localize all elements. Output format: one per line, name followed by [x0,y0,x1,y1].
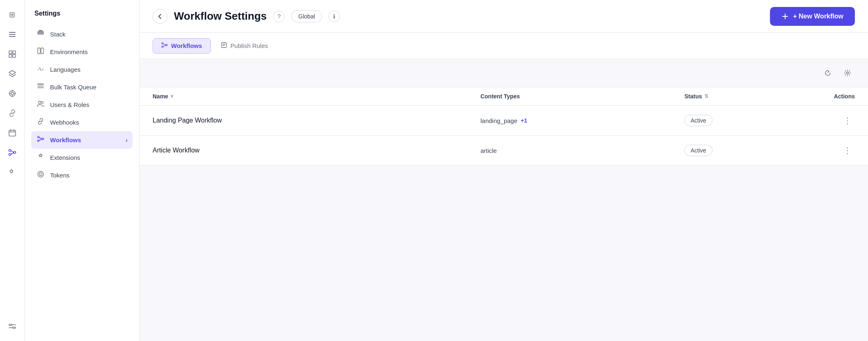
sidebar-item-extensions[interactable]: Extensions [31,149,132,166]
sidebar-item-environments[interactable]: Environments [31,43,132,61]
svg-point-49 [166,44,167,46]
plus-icon [781,13,789,20]
sidebar-item-workflows[interactable]: Workflows › [31,131,132,149]
icon-sidebar: ⊞ [0,0,25,341]
svg-point-41 [38,140,39,142]
column-header-name[interactable]: Name ▾ [139,87,467,106]
tab-bar: Workflows Publish Rules [139,33,868,59]
users-icon [36,100,45,109]
sidebar-title: Settings [31,10,132,17]
svg-point-19 [9,150,11,152]
svg-point-44 [39,173,42,176]
svg-rect-4 [13,51,16,54]
svg-point-42 [42,138,44,140]
sidebar-item-label-environments: Environments [50,48,88,55]
sidebar-item-users-roles[interactable]: Users & Roles [31,96,132,114]
refresh-button[interactable] [820,66,835,80]
name-sort-icon: ▾ [171,93,173,99]
sidebar-item-stack[interactable]: Stack [31,25,132,43]
svg-point-40 [38,136,39,138]
list-nav-icon[interactable] [4,26,21,43]
svg-point-53 [847,72,849,74]
layout-nav-icon[interactable] [4,46,21,62]
workflows-sidebar-icon [36,135,45,145]
workflow-name-cell: Landing Page Workflow [139,106,467,136]
extensions-nav-icon[interactable] [4,164,21,180]
sidebar-item-label-webhooks: Webhooks [50,119,79,126]
info-icon[interactable]: ℹ [329,11,340,22]
calendar-nav-icon[interactable] [4,125,21,141]
bottom-settings-icon[interactable] [4,318,21,334]
sidebar-nav: Stack Environments Aₓ Languages [31,25,132,184]
environments-icon [36,47,45,57]
refresh-icon [824,69,831,77]
svg-point-37 [41,102,43,104]
svg-rect-29 [38,48,40,54]
status-badge: Active [684,145,712,156]
tab-workflows-icon [161,42,168,50]
header: Workflow Settings ? Global ℹ + New Workf… [139,0,868,33]
table-toolbar [139,59,868,87]
row-actions-button[interactable]: ⋮ [840,144,855,157]
tab-workflows[interactable]: Workflows [153,38,211,54]
sidebar-item-label-users: Users & Roles [50,101,89,108]
sidebar-item-tokens[interactable]: Tokens [31,166,132,184]
svg-point-39 [41,121,42,122]
content-type-cell: article [467,136,671,166]
column-header-actions: Actions [802,87,868,106]
workflows-nav-icon[interactable] [4,144,21,161]
svg-point-48 [162,46,163,48]
webhook-nav-icon[interactable] [4,105,21,121]
svg-rect-2 [9,36,16,37]
status-cell: Active [671,136,802,166]
workflows-chevron-icon: › [126,137,128,143]
sidebar-item-label-stack: Stack [50,31,66,38]
tab-publish-rules-label: Publish Rules [231,42,268,49]
column-header-content-types: Content Types [467,87,671,106]
svg-rect-26 [38,32,43,33]
page-title: Workflow Settings [174,10,267,23]
gear-icon [844,69,851,77]
column-header-status[interactable]: Status ⇅ [671,87,802,106]
table-row: Article Workflow article Active ⋮ [139,136,868,166]
svg-rect-30 [41,48,43,54]
table-header-row: Name ▾ Content Types Status ⇅ [139,87,868,106]
svg-rect-50 [222,43,226,48]
svg-point-47 [162,43,163,44]
tab-publish-icon [221,42,227,50]
svg-point-36 [39,101,41,104]
status-badge: Active [684,115,712,126]
left-sidebar: Settings Stack Environments [25,0,139,341]
table-area: Name ▾ Content Types Status ⇅ [139,59,868,341]
svg-rect-23 [13,327,16,328]
stack-icon [36,30,45,39]
sidebar-item-label-extensions: Extensions [50,154,80,161]
actions-cell: ⋮ [802,106,868,136]
svg-text:Aₓ: Aₓ [38,66,44,72]
global-button[interactable]: Global [291,10,322,23]
tab-workflows-label: Workflows [171,42,202,49]
tab-publish-rules[interactable]: Publish Rules [212,39,276,53]
content-type-cell: landing_page +1 [467,106,671,136]
sidebar-item-bulk-task-queue[interactable]: Bulk Task Queue [31,78,132,96]
sidebar-item-languages[interactable]: Aₓ Languages [31,61,132,78]
sidebar-item-label-tokens: Tokens [50,172,70,179]
back-button[interactable] [153,9,167,24]
help-icon[interactable]: ? [273,11,285,22]
target-nav-icon[interactable] [4,85,21,102]
svg-rect-6 [13,55,16,57]
new-workflow-button[interactable]: + New Workflow [770,7,855,26]
table-row: Landing Page Workflow landing_page +1 Ac… [139,106,868,136]
svg-rect-27 [38,33,43,34]
layers-nav-icon[interactable] [4,66,21,82]
grid-nav-icon[interactable]: ⊞ [4,7,21,23]
sidebar-item-webhooks[interactable]: Webhooks [31,114,132,131]
row-actions-button[interactable]: ⋮ [840,114,855,127]
workflows-table: Name ▾ Content Types Status ⇅ [139,87,868,166]
table-settings-button[interactable] [840,66,855,80]
svg-point-13 [11,113,12,114]
svg-point-14 [12,113,14,114]
status-cell: Active [671,106,802,136]
svg-point-8 [11,92,14,95]
tokens-icon [36,170,45,180]
